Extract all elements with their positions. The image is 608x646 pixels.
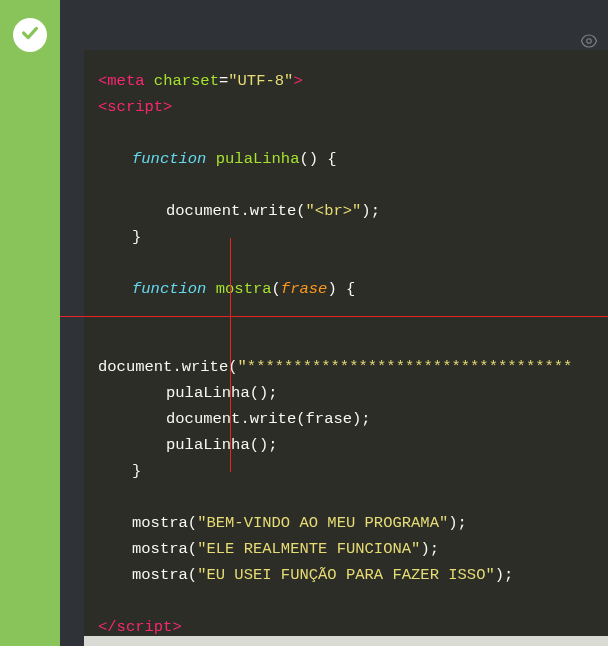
check-icon [19,22,41,49]
code-line: mostra("ELE REALMENTE FUNCIONA"); [98,536,608,562]
cursor-crosshair-horizontal-bold [84,316,418,317]
eye-icon[interactable] [580,32,598,50]
main-area: <meta charset="UTF-8"> <script> function… [60,0,608,646]
code-line [98,120,608,146]
svg-point-0 [587,39,592,44]
sidebar [0,0,60,646]
code-line: pulaLinha(); [98,432,608,458]
code-line: <meta charset="UTF-8"> [98,68,608,94]
code-line: document.write(frase); [98,406,608,432]
code-line: <script> [98,94,608,120]
code-block[interactable]: <meta charset="UTF-8"> <script> function… [84,50,608,646]
code-line: } [98,224,608,250]
code-line: function mostra(frase) { [98,276,608,302]
code-line: pulaLinha(); [98,380,608,406]
bottom-strip [84,636,608,646]
code-line: mostra("EU USEI FUNÇÃO PARA FAZER ISSO")… [98,562,608,588]
code-line [98,302,608,328]
code-line: function pulaLinha() { [98,146,608,172]
code-line [98,172,608,198]
code-line [98,250,608,276]
code-line: document.write("<br>"); [98,198,608,224]
check-badge [13,18,47,52]
code-line: mostra("BEM-VINDO AO MEU PROGRAMA"); [98,510,608,536]
code-line [98,484,608,510]
cursor-crosshair-vertical [230,238,231,472]
code-line [98,588,608,614]
code-line [98,328,608,354]
code-line: document.write("************************… [98,354,608,380]
code-line: } [98,458,608,484]
